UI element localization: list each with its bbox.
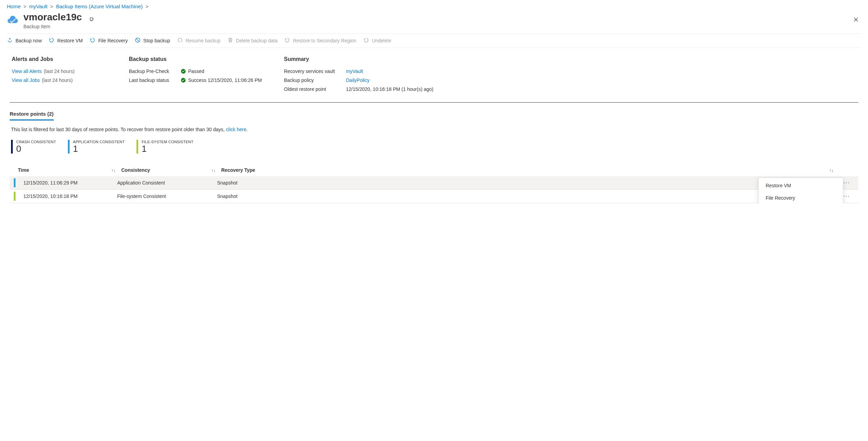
restore-icon [90, 37, 95, 44]
card-bar [68, 140, 70, 154]
success-icon [181, 69, 186, 74]
restore-vm-button[interactable]: Restore VM [49, 37, 83, 44]
sort-icon[interactable]: ↑↓ [211, 168, 216, 173]
sort-icon[interactable]: ↑↓ [829, 168, 834, 173]
oldest-label: Oldest restore point [284, 86, 346, 92]
tab-restore-points[interactable]: Restore points (2) [10, 111, 54, 120]
stop-icon [135, 37, 141, 44]
breadcrumb: Home > myVault > Backup Items (Azure Vir… [7, 0, 861, 11]
chevron-right-icon: > [23, 3, 27, 9]
backup-now-label: Backup now [16, 38, 42, 43]
precheck-label: Backup Pre-Check [129, 69, 181, 74]
table-header: Time↑↓ Consistency↑↓ Recovery Type↑↓ [10, 164, 858, 176]
trash-icon [227, 37, 233, 44]
last-backup-label: Last backup status [129, 77, 181, 83]
backup-icon [7, 37, 13, 44]
restore-icon [284, 37, 290, 44]
card-count: 1 [142, 144, 193, 154]
last-backup-value: Success 12/15/2020, 11:06:26 PM [188, 77, 262, 83]
undelete-label: Undelete [372, 38, 391, 43]
alerts-heading: Alerts and Jobs [12, 56, 129, 62]
restore-icon [363, 37, 369, 44]
vault-label: Recovery services vault [284, 69, 346, 74]
chevron-right-icon: > [145, 3, 149, 9]
table-row[interactable]: 12/15/2020, 11:06:29 PM Application Cons… [10, 176, 858, 190]
alerts-hint: (last 24 hours) [44, 69, 74, 74]
restore-points-table: Time↑↓ Consistency↑↓ Recovery Type↑↓ 12/… [10, 164, 858, 203]
status-panel: Backup status Backup Pre-Check Passed La… [129, 56, 284, 95]
close-button[interactable] [851, 14, 861, 26]
cell-recovery-type: Snapshot [217, 193, 839, 199]
view-all-jobs-link[interactable]: View all Jobs [12, 77, 40, 83]
delete-backup-button: Delete backup data [227, 37, 278, 44]
row-marker [14, 178, 16, 187]
toolbar: Backup now Restore VM File Recovery Stop… [7, 33, 861, 48]
info-panels: Alerts and Jobs View all Alerts(last 24 … [7, 48, 861, 102]
resume-backup-button: Resume backup [177, 37, 221, 44]
policy-label: Backup policy [284, 77, 346, 83]
filter-note-period: . [246, 127, 248, 132]
policy-link[interactable]: DailyPolicy [346, 77, 369, 83]
card-count: 1 [73, 144, 125, 154]
resume-icon [177, 37, 183, 44]
oldest-value: 12/15/2020, 10:16:18 PM (1 hour(s) ago) [346, 86, 433, 92]
context-menu-file-recovery[interactable]: File Recovery [759, 192, 843, 203]
card-count: 0 [16, 144, 56, 154]
filter-note-link[interactable]: click here [226, 127, 246, 132]
restore-secondary-button: Restore to Secondary Region [284, 37, 356, 44]
restore-secondary-label: Restore to Secondary Region [293, 38, 356, 43]
breadcrumb-backup-items[interactable]: Backup Items (Azure Virtual Machine) [56, 3, 143, 9]
breadcrumb-vault[interactable]: myVault [29, 3, 48, 9]
row-actions-button[interactable]: ··· [843, 180, 850, 186]
context-menu: Restore VM File Recovery [758, 178, 843, 203]
backup-item-icon [7, 14, 19, 27]
cell-consistency: Application Consistent [117, 180, 217, 186]
table-row[interactable]: 12/15/2020, 10:16:18 PM File-system Cons… [10, 190, 858, 203]
card-application-consistent: APPLICATION CONSISTENT1 [68, 140, 125, 154]
summary-panel: Summary Recovery services vaultmyVault B… [284, 56, 433, 95]
tab-strip: Restore points (2) [7, 103, 861, 120]
restore-icon [49, 37, 54, 44]
cell-time: 12/15/2020, 11:06:29 PM [14, 180, 117, 186]
row-actions-button[interactable]: ··· [843, 193, 850, 199]
consistency-cards: CRASH CONSISTENT0 APPLICATION CONSISTENT… [7, 132, 861, 157]
summary-heading: Summary [284, 56, 433, 62]
resume-backup-label: Resume backup [186, 38, 221, 43]
breadcrumb-home[interactable]: Home [7, 3, 21, 9]
cell-consistency: File-system Consistent [117, 193, 217, 199]
card-label: FILE-SYSTEM CONSISTENT [142, 140, 193, 144]
page-title: vmoracle19c [23, 11, 82, 23]
backup-now-button[interactable]: Backup now [7, 37, 42, 44]
delete-backup-label: Delete backup data [236, 38, 278, 43]
card-filesystem-consistent: FILE-SYSTEM CONSISTENT1 [136, 140, 193, 154]
chevron-right-icon: > [50, 3, 53, 9]
card-label: CRASH CONSISTENT [16, 140, 56, 144]
precheck-value: Passed [188, 69, 204, 74]
success-icon [181, 77, 186, 83]
filter-note-text: This list is filtered for last 30 days o… [11, 127, 226, 132]
svg-line-4 [136, 39, 139, 42]
svg-rect-0 [90, 18, 93, 21]
card-bar [11, 140, 13, 154]
col-recovery-type[interactable]: Recovery Type [221, 167, 255, 173]
pin-button[interactable] [87, 14, 97, 26]
col-consistency[interactable]: Consistency [121, 167, 150, 173]
restore-vm-label: Restore VM [57, 38, 83, 43]
row-marker [14, 192, 16, 201]
vault-link[interactable]: myVault [346, 69, 363, 74]
stop-backup-label: Stop backup [143, 38, 170, 43]
table-body: 12/15/2020, 11:06:29 PM Application Cons… [10, 176, 858, 203]
view-all-alerts-link[interactable]: View all Alerts [12, 69, 42, 74]
cell-recovery-type: Snapshot [217, 180, 839, 186]
context-menu-restore-vm[interactable]: Restore VM [759, 179, 843, 192]
card-crash-consistent: CRASH CONSISTENT0 [11, 140, 56, 154]
undelete-button: Undelete [363, 37, 391, 44]
alerts-panel: Alerts and Jobs View all Alerts(last 24 … [12, 56, 129, 95]
stop-backup-button[interactable]: Stop backup [135, 37, 170, 44]
file-recovery-button[interactable]: File Recovery [90, 37, 128, 44]
sort-icon[interactable]: ↑↓ [111, 168, 116, 173]
cell-time: 12/15/2020, 10:16:18 PM [14, 193, 117, 199]
col-time[interactable]: Time [18, 167, 29, 173]
card-bar [136, 140, 138, 154]
status-heading: Backup status [129, 56, 284, 62]
